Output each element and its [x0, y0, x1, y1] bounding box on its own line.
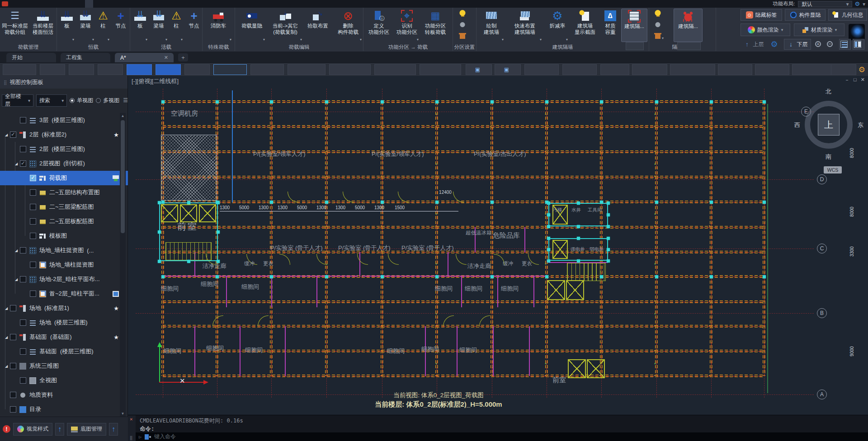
view-compass[interactable]: 北 西 东 南 上: [797, 87, 863, 163]
tree-row[interactable]: 场地 (楼层三维图) ★: [0, 315, 128, 330]
tree-checkbox[interactable]: [10, 131, 16, 138]
toolbar-button[interactable]: [792, 64, 837, 75]
ribbon-button[interactable]: [677, 42, 701, 50]
ribbon-button[interactable]: [653, 31, 665, 41]
ribbon-button[interactable]: [458, 31, 469, 41]
menu-item[interactable]: [134, 0, 142, 8]
menu-item[interactable]: [77, 0, 85, 8]
tree-row[interactable]: 2层 (楼层三维图) ★: [0, 142, 128, 156]
utility-button[interactable]: 下层: [784, 39, 811, 50]
menu-item[interactable]: [166, 0, 175, 8]
utility-button[interactable]: 构件显隐: [785, 9, 826, 21]
toolbar-button[interactable]: [632, 64, 667, 75]
menu-item[interactable]: [44, 0, 52, 8]
favorite-star-icon[interactable]: ★: [113, 305, 119, 312]
ribbon-button[interactable]: [653, 9, 665, 19]
tree-row[interactable]: 荷载图 ★: [0, 171, 128, 185]
drawing-viewport[interactable]: [-][俯视][二维线框] － □ ✕ 北 西 东 南 上 WCS 当前视图: …: [128, 76, 868, 415]
toolbar-button[interactable]: [69, 64, 94, 75]
tree-row[interactable]: 首~2层_暗柱平面... ★: [0, 286, 128, 301]
ribbon-button[interactable]: 拾取布置: [304, 9, 332, 42]
compass-south-label[interactable]: 南: [826, 153, 831, 161]
tree-scrollbar[interactable]: ▲ ▼: [120, 113, 126, 417]
menu-item[interactable]: [142, 0, 150, 8]
toolbar-gear-icon[interactable]: ⚙: [859, 65, 865, 75]
tab-close-icon[interactable]: ✕: [164, 55, 168, 61]
menu-item[interactable]: [85, 0, 93, 8]
toolbar-button[interactable]: [40, 64, 65, 75]
tree-checkbox[interactable]: [10, 334, 16, 340]
ribbon-button[interactable]: [458, 9, 469, 19]
compass-north-label[interactable]: 北: [826, 88, 831, 96]
ribbon-button[interactable]: [626, 42, 644, 50]
panel-header[interactable]: ⣿ 视图控制面板: [0, 76, 127, 89]
ribbon-button[interactable]: 柱: [169, 9, 184, 42]
tree-checkbox[interactable]: [30, 189, 36, 196]
ribbon-button[interactable]: 梁墙: [76, 9, 95, 42]
toolbar-button[interactable]: [466, 64, 492, 75]
ribbon-button[interactable]: 定义 功能分区: [365, 9, 392, 42]
tree-checkbox[interactable]: [30, 262, 36, 268]
tree-checkbox[interactable]: [30, 218, 36, 225]
document-tab[interactable]: 工程集: [61, 53, 110, 62]
toolbar-button[interactable]: [184, 64, 210, 75]
tree-row[interactable]: ◢ 场地-2层_暗柱平面布... ★: [0, 272, 128, 286]
ribbon-button[interactable]: 荷载显隐: [238, 9, 266, 42]
ribbon-button[interactable]: [458, 20, 469, 30]
tree-checkbox[interactable]: [20, 247, 26, 253]
menu-item[interactable]: [101, 0, 109, 8]
utility-button[interactable]: 隐藏标签: [741, 9, 782, 21]
toolbar-button[interactable]: [329, 64, 371, 75]
menu-item[interactable]: [109, 0, 118, 8]
menu-item[interactable]: [36, 0, 44, 8]
tree-checkbox[interactable]: [10, 392, 16, 398]
tree-row[interactable]: 基础面 (楼层三维图) ★: [0, 344, 128, 359]
menu-item[interactable]: [12, 0, 20, 8]
favorite-star-icon[interactable]: ★: [113, 334, 119, 341]
tree-row[interactable]: 二~三层梁配筋图 ★: [0, 200, 128, 214]
menu-item[interactable]: [118, 0, 126, 8]
ribbon-button[interactable]: 建筑隔...: [674, 9, 703, 42]
toolbar-button[interactable]: [755, 64, 789, 75]
tree-checkbox[interactable]: [30, 233, 36, 239]
toolbar-button[interactable]: [3, 64, 36, 75]
tree-checkbox[interactable]: [30, 175, 36, 181]
scroll-up-icon[interactable]: ▲: [120, 113, 126, 119]
tree-checkbox[interactable]: [10, 305, 16, 311]
panel-drag-handle-icon[interactable]: ⣿: [4, 80, 6, 85]
tree-row[interactable]: ◢ 系统三维图 ★: [0, 359, 128, 373]
ribbon-button[interactable]: 当前->其它 (荷载复制): [268, 9, 303, 42]
alert-icon[interactable]: !: [3, 425, 10, 433]
ribbon-button[interactable]: 同一标准层 荷载分组: [1, 9, 29, 42]
tree-row[interactable]: ◢ 场地_墙柱提资图 (... ★: [0, 243, 128, 258]
utility-button[interactable]: [853, 39, 864, 50]
toolbar-button[interactable]: [98, 64, 123, 75]
toolbar-button[interactable]: [250, 64, 284, 75]
tree-checkbox[interactable]: [20, 377, 26, 384]
basemap-button[interactable]: 底图管理: [67, 423, 106, 436]
tree-row[interactable]: 场地_墙柱提资图 ★: [0, 258, 128, 272]
ribbon-button[interactable]: 功能分区 转板荷载: [420, 9, 450, 42]
tree-row[interactable]: ◢ 场地 (标准层1) ★: [0, 301, 128, 315]
tree-row[interactable]: 二~五层结构布置图 ★: [0, 185, 128, 200]
utility-button[interactable]: [826, 39, 836, 50]
ribbon-button[interactable]: 材质 容重: [601, 9, 619, 42]
menu-item[interactable]: [158, 0, 166, 8]
ribbon-button[interactable]: 消防车: [204, 9, 232, 42]
floor-filter-dropdown[interactable]: 全部楼层: [2, 94, 33, 107]
toolbar-button[interactable]: [374, 64, 416, 75]
toolbar-button[interactable]: [156, 64, 181, 75]
tree-row[interactable]: 二~五层板配筋图 ★: [0, 214, 128, 229]
command-window[interactable]: ✕ ⣿ CMDLEAVELOADRIBBON花费时间: 0.16s 命令: ▷ …: [128, 415, 868, 441]
toolbar-button[interactable]: [127, 64, 152, 75]
command-handle-icon[interactable]: ⣿: [130, 436, 132, 440]
tree-checkbox[interactable]: [20, 117, 26, 123]
favorite-star-icon[interactable]: ★: [113, 131, 119, 138]
restore-icon[interactable]: □: [854, 77, 857, 84]
utility-button[interactable]: 上层: [741, 39, 767, 50]
tree-checkbox[interactable]: [10, 406, 16, 413]
ribbon-button[interactable]: 板: [132, 9, 148, 42]
tree-row[interactable]: 模板图 ★: [0, 229, 128, 243]
toolbar-button[interactable]: [495, 64, 521, 75]
ribbon-button[interactable]: 梁墙: [149, 9, 168, 42]
